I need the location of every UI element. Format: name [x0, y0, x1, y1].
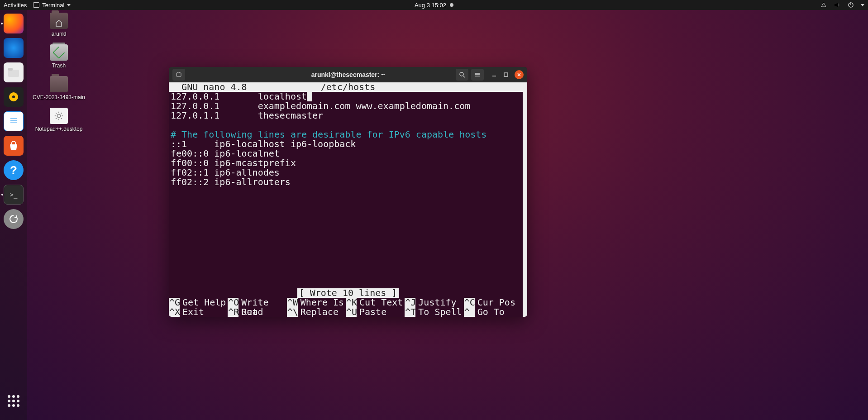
- show-applications-button[interactable]: [4, 391, 24, 411]
- nano-help-item[interactable]: ^UPaste Text: [346, 307, 405, 317]
- dock-app-firefox[interactable]: [4, 14, 24, 33]
- help-key: ^_: [464, 307, 475, 317]
- desktop-icon-folder-cve[interactable]: CVE-2021-3493-main: [32, 76, 86, 100]
- new-tab-button[interactable]: [172, 69, 185, 81]
- desktop-icon-label: Notepad++.desktop: [32, 126, 86, 132]
- file-line[interactable]: 127.0.1.1 thesecmaster: [171, 111, 525, 120]
- activities-button[interactable]: Activities: [4, 2, 27, 9]
- help-label: Justify: [415, 298, 456, 307]
- svg-point-8: [12, 95, 15, 98]
- help-key: ^G: [169, 298, 180, 307]
- launcher-icon: [50, 108, 68, 124]
- folder-icon: [50, 76, 68, 92]
- file-line[interactable]: ff02::2 ip6-allrouters: [171, 177, 525, 187]
- dock-app-help[interactable]: ?: [4, 160, 24, 180]
- svg-rect-6: [8, 68, 13, 71]
- nano-help-item[interactable]: ^OWrite Out: [228, 298, 286, 307]
- network-icon[interactable]: [820, 1, 827, 9]
- hamburger-menu-button[interactable]: [471, 69, 484, 81]
- dock-app-writer[interactable]: [4, 111, 24, 131]
- help-label: Exit: [180, 307, 204, 317]
- dock-app-software[interactable]: [4, 136, 24, 156]
- svg-line-26: [463, 76, 465, 77]
- help-key: ^K: [346, 298, 357, 307]
- help-key: ^U: [346, 307, 357, 317]
- svg-point-13: [57, 114, 60, 117]
- desktop-icon-trash[interactable]: Trash: [32, 44, 86, 69]
- file-line[interactable]: ff02::1 ip6-allnodes: [171, 168, 525, 177]
- desktop-icon-label: CVE-2021-3493-main: [32, 94, 86, 100]
- scrollbar[interactable]: [523, 92, 527, 317]
- file-line[interactable]: ::1 ip6-localhost ip6-loopback: [171, 139, 525, 149]
- file-line[interactable]: fe00::0 ip6-localnet: [171, 149, 525, 158]
- nano-helpbar: ^GGet Help^XExit^OWrite Out^RRead File^W…: [169, 298, 523, 317]
- terminal-titlebar[interactable]: arunkl@thesecmaster: ~: [169, 67, 527, 82]
- svg-line-21: [61, 113, 62, 114]
- dock-app-files[interactable]: [4, 62, 24, 82]
- nano-help-item[interactable]: ^CCur Pos: [464, 298, 523, 307]
- svg-rect-31: [504, 73, 508, 76]
- svg-line-19: [61, 118, 62, 119]
- help-label: Write Out: [238, 298, 286, 307]
- clock[interactable]: Aug 3 15:02: [415, 2, 446, 9]
- help-label: Cur Pos: [475, 298, 515, 307]
- svg-point-25: [460, 72, 463, 76]
- terminal-icon: [33, 2, 39, 8]
- nano-file-path: /etc/hosts: [321, 82, 375, 92]
- nano-help-item[interactable]: ^GGet Help: [169, 298, 228, 307]
- desktop: arunkl Trash CVE-2021-3493-main Notepad+…: [32, 13, 122, 132]
- notification-dot-icon: [450, 3, 453, 7]
- file-line[interactable]: 127.0.0.1 localhost: [171, 92, 525, 101]
- dock-app-terminal[interactable]: >_: [4, 185, 24, 205]
- home-folder-icon: [50, 13, 68, 29]
- nano-help-item[interactable]: ^WWhere Is: [287, 298, 346, 307]
- desktop-icon-home[interactable]: arunkl: [32, 13, 86, 37]
- terminal-body[interactable]: GNU nano 4.8 /etc/hosts 127.0.0.1 localh…: [169, 82, 527, 317]
- nano-help-item[interactable]: ^_Go To Line: [464, 307, 523, 317]
- file-line[interactable]: [171, 120, 525, 130]
- nano-help-item[interactable]: ^TTo Spell: [405, 307, 463, 317]
- svg-rect-22: [176, 73, 181, 76]
- nano-header: GNU nano 4.8 /etc/hosts: [169, 82, 527, 92]
- nano-help-item[interactable]: ^RRead File: [228, 307, 286, 317]
- help-label: Get Help: [180, 298, 226, 307]
- desktop-icon-notepadpp[interactable]: Notepad++.desktop: [32, 108, 86, 132]
- app-menu-label: Terminal: [42, 2, 64, 9]
- nano-help-item[interactable]: ^JJustify: [405, 298, 463, 307]
- dock-app-rhythmbox[interactable]: [4, 87, 24, 107]
- nano-help-item[interactable]: ^\Replace: [287, 307, 346, 317]
- cursor: [307, 92, 312, 101]
- help-label: Cut Text: [357, 298, 403, 307]
- svg-rect-9: [9, 116, 18, 127]
- nano-help-item[interactable]: ^KCut Text: [346, 298, 405, 307]
- window-title: arunkl@thesecmaster: ~: [311, 71, 385, 78]
- close-button[interactable]: [515, 70, 524, 79]
- help-key: ^X: [169, 307, 180, 317]
- nano-editor-name: GNU nano 4.8: [171, 82, 247, 92]
- nano-status: [ Wrote 10 lines ]: [297, 288, 399, 298]
- app-menu-button[interactable]: Terminal: [33, 2, 71, 9]
- dock-app-thunderbird[interactable]: [4, 38, 24, 58]
- apps-grid-icon: [8, 395, 19, 407]
- file-line[interactable]: 127.0.0.1 exampledomain.com www.exampled…: [171, 101, 525, 111]
- volume-icon[interactable]: [834, 1, 841, 9]
- minimize-button[interactable]: [491, 72, 497, 78]
- maximize-button[interactable]: [503, 72, 509, 78]
- nano-help-item[interactable]: ^XExit: [169, 307, 228, 317]
- chevron-down-icon[interactable]: [861, 4, 864, 6]
- help-key: ^R: [228, 307, 238, 317]
- help-key: ^O: [228, 298, 238, 307]
- file-line[interactable]: ff00::0 ip6-mcastprefix: [171, 158, 525, 168]
- desktop-icon-label: Trash: [32, 62, 86, 69]
- svg-rect-5: [8, 70, 19, 77]
- terminal-window: arunkl@thesecmaster: ~ GNU nano 4.8 /etc…: [169, 67, 527, 317]
- search-button[interactable]: [456, 69, 468, 81]
- dock-app-updater[interactable]: [4, 209, 24, 229]
- help-label: Go To Line: [475, 307, 523, 317]
- help-key: ^C: [464, 298, 475, 307]
- file-content[interactable]: 127.0.0.1 localhost 127.0.0.1 exampledom…: [169, 92, 527, 187]
- svg-line-20: [56, 118, 57, 119]
- help-key: ^W: [287, 298, 298, 307]
- power-icon[interactable]: [847, 1, 854, 9]
- file-line[interactable]: # The following lines are desirable for …: [171, 130, 525, 139]
